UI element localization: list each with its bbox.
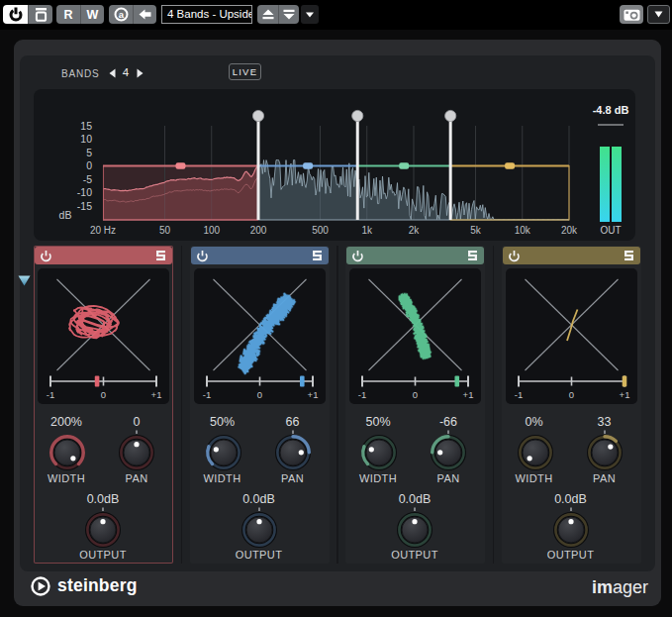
live-button[interactable]: LIVE — [229, 63, 261, 80]
output-value: 0.0dB — [68, 492, 138, 506]
scope-signal — [239, 294, 294, 373]
balance-indicator[interactable] — [95, 376, 100, 387]
band-power-button[interactable] — [508, 250, 521, 262]
circled-a-icon: a — [114, 7, 129, 22]
sidebar-expand-button[interactable] — [18, 275, 31, 286]
band-split-knob[interactable] — [252, 110, 263, 121]
band-power-button[interactable] — [40, 250, 52, 262]
db-tick-label: 0 — [86, 159, 92, 171]
balance-indicator[interactable] — [454, 376, 459, 387]
scope-scale-label: -1 — [47, 389, 54, 400]
width-knob[interactable] — [357, 429, 401, 474]
freq-tick-label: 20 Hz — [90, 225, 116, 236]
bypass-button[interactable] — [28, 5, 52, 24]
vectorscope-canvas: -10+1 — [194, 268, 326, 404]
pan-knob[interactable] — [115, 429, 158, 474]
scope-scale-label: -1 — [358, 389, 366, 400]
scope-scale-label: +1 — [463, 389, 474, 400]
next-preset-button[interactable] — [278, 5, 299, 24]
pan-knob[interactable] — [271, 429, 315, 474]
out-meter-label: OUT — [600, 225, 621, 236]
band-split-knob[interactable] — [352, 110, 363, 121]
preset-name-field[interactable]: 4 Bands - Upside D — [161, 5, 252, 24]
band-gain-handle[interactable] — [399, 162, 409, 168]
pan-value: 0 — [102, 415, 171, 429]
width-knob[interactable] — [46, 429, 89, 474]
knob-indicator-dot — [100, 519, 105, 524]
band-solo-button[interactable] — [313, 251, 322, 260]
toolbar-menu-button[interactable] — [647, 5, 670, 24]
scope-signal — [400, 294, 431, 359]
width-knob[interactable] — [202, 429, 245, 474]
left-arrow-icon — [139, 9, 151, 20]
knob-indicator-dot — [412, 519, 417, 524]
balance-indicator[interactable] — [300, 376, 305, 387]
freq-tick-label: 200 — [250, 225, 267, 236]
scope-scale-label: -1 — [514, 389, 522, 400]
band-power-button[interactable] — [196, 250, 209, 262]
vectorscope: -10+1 — [506, 268, 637, 404]
pan-knob[interactable] — [583, 429, 626, 474]
freq-tick-label: 5k — [470, 225, 482, 236]
band-panel-4: -10+1 0% 33 WIDTH PAN 0.0dB OUTPUT — [502, 246, 641, 564]
snapshot-button[interactable] — [620, 5, 643, 24]
out-level-value: -4.8 dB — [593, 104, 629, 116]
band-header[interactable] — [503, 247, 640, 264]
knob-indicator-dot — [70, 456, 75, 461]
preset-up-icon — [262, 9, 274, 20]
dropdown-arrow-icon — [306, 12, 314, 18]
switch-side-button[interactable] — [133, 5, 156, 24]
knob-indicator-dot — [437, 450, 442, 455]
pan-value: 33 — [570, 415, 639, 429]
scope-scale-label: +1 — [307, 389, 318, 400]
knob-indicator-dot — [527, 456, 531, 461]
band-header[interactable] — [191, 247, 329, 264]
output-knob[interactable] — [81, 506, 125, 552]
plugin-power-button[interactable] — [3, 5, 28, 24]
band-gain-handle[interactable] — [303, 162, 313, 168]
out-meter-right — [612, 147, 622, 222]
read-automation-button[interactable]: R — [56, 5, 80, 24]
db-tick-label: 15 — [80, 120, 92, 132]
freq-tick-label: 20k — [561, 225, 578, 236]
previous-preset-button[interactable] — [257, 5, 278, 24]
band-power-button[interactable] — [351, 250, 364, 262]
bands-increment-button[interactable] — [133, 66, 146, 80]
pan-value: 66 — [258, 415, 328, 429]
host-toolbar: R W a 4 Bands - Upside D — [0, 0, 672, 30]
band-gain-handle[interactable] — [176, 162, 186, 168]
band-solo-button[interactable] — [156, 251, 165, 260]
bands-decrement-button[interactable] — [105, 66, 119, 80]
output-knob[interactable] — [238, 506, 281, 552]
right-triangle-icon — [137, 68, 144, 78]
out-meter-left — [600, 147, 610, 222]
panel-separator — [181, 246, 183, 564]
width-knob[interactable] — [514, 429, 557, 474]
plugin-footer: steinberg imager — [14, 571, 661, 606]
db-tick-label: -10 — [77, 186, 92, 198]
band-header[interactable] — [35, 247, 172, 264]
band-split-knob[interactable] — [445, 110, 456, 121]
output-knob[interactable] — [549, 506, 593, 552]
balance-indicator[interactable] — [622, 376, 626, 387]
output-knob[interactable] — [393, 506, 436, 552]
scope-scale-label: 0 — [413, 389, 418, 400]
brand-name: steinberg — [57, 575, 138, 596]
plugin-main-panel: BANDS 4 LIVE -4.8 dBOUT151050-5-10-15dB2… — [20, 55, 655, 571]
band-panel-1: -10+1 200% 0 WIDTH PAN 0.0dB OUTPUT — [34, 246, 173, 564]
bands-label: BANDS — [61, 68, 99, 79]
preset-down-icon — [283, 9, 295, 20]
bands-toolbar: BANDS 4 LIVE — [20, 55, 655, 89]
freq-tick-label: 100 — [203, 225, 220, 236]
band-solo-button[interactable] — [468, 251, 477, 260]
band-gain-handle[interactable] — [505, 162, 515, 168]
steinberg-logo-icon — [31, 576, 50, 596]
width-value: 200% — [32, 415, 101, 429]
preset-menu-button[interactable] — [301, 5, 319, 24]
band-header[interactable] — [346, 247, 484, 264]
automation-panel-button[interactable]: a — [109, 5, 133, 24]
freq-tick-label: 2k — [409, 225, 421, 236]
band-solo-button[interactable] — [624, 251, 633, 260]
pan-knob[interactable] — [427, 429, 470, 474]
write-automation-button[interactable]: W — [80, 5, 104, 24]
